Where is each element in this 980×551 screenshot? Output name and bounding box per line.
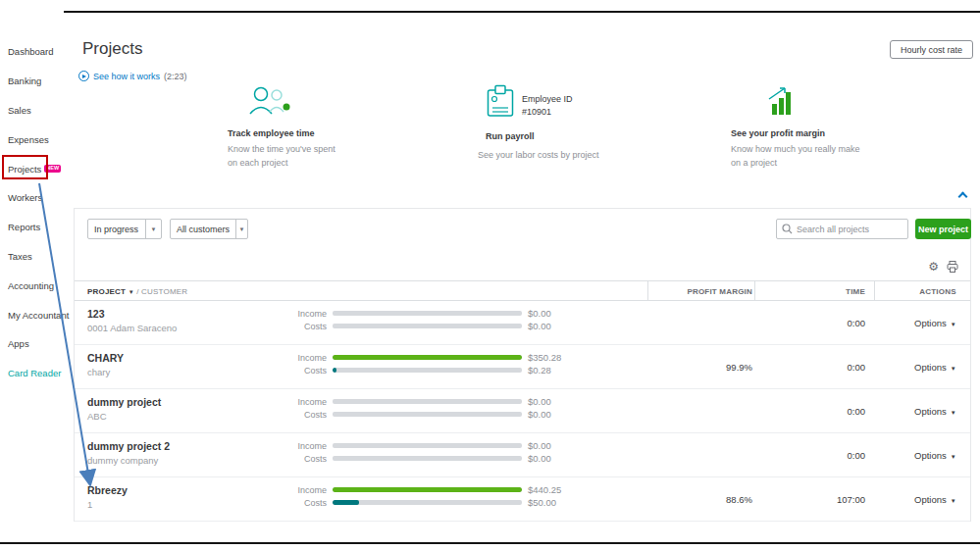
- income-label: Income: [285, 353, 327, 363]
- table-body: 123 0001 Adam Saraceno Income $0.00 Cost…: [75, 301, 970, 522]
- costs-label: Costs: [285, 454, 327, 464]
- income-label: Income: [285, 485, 327, 495]
- chevron-down-icon: ▼: [951, 498, 956, 504]
- sidebar-item-label: Apps: [8, 338, 29, 349]
- income-bar-track: [333, 311, 522, 316]
- costs-bar-line: Costs $0.00: [285, 409, 551, 420]
- top-divider: [64, 11, 980, 13]
- income-value: $0.00: [528, 308, 551, 319]
- sidebar-item-banking[interactable]: Banking: [0, 67, 64, 96]
- costs-value: $0.00: [528, 453, 551, 464]
- sidebar-item-card-reader[interactable]: Card Reader: [0, 359, 64, 388]
- sidebar-item-label: Sales: [8, 105, 31, 116]
- profit-chart-icon: [765, 85, 797, 121]
- customer-name: 1: [87, 499, 92, 510]
- column-actions: ACTIONS: [879, 287, 980, 296]
- income-value: $0.00: [528, 440, 551, 451]
- people-icon: [241, 83, 294, 123]
- income-bar-line: Income $0.00: [285, 308, 551, 319]
- sidebar-item-my-accountant[interactable]: My Accountant: [0, 300, 64, 329]
- status-filter-select[interactable]: In progress ▼: [87, 219, 162, 239]
- customer-filter-select[interactable]: All customers ▼: [170, 219, 248, 239]
- costs-bar-track: [333, 456, 522, 461]
- new-project-button[interactable]: New project: [915, 219, 971, 239]
- sidebar-item-label: Expenses: [8, 134, 49, 145]
- costs-value: $0.00: [528, 409, 551, 420]
- table-row: 123 0001 Adam Saraceno Income $0.00 Cost…: [75, 301, 970, 345]
- collapse-chevron-icon[interactable]: [959, 193, 968, 202]
- chevron-down-icon: ▼: [951, 454, 956, 460]
- options-label: Options: [914, 318, 947, 328]
- income-bar-line: Income $0.00: [285, 396, 551, 407]
- income-label: Income: [285, 309, 327, 319]
- printer-icon[interactable]: [947, 261, 958, 273]
- income-value: $350.28: [528, 352, 561, 363]
- sidebar: Dashboard Banking Sales Expenses Project…: [0, 13, 64, 542]
- promo1-description: Know the time you've spent on each proje…: [228, 143, 340, 170]
- sidebar-item-expenses[interactable]: Expenses: [0, 125, 64, 154]
- see-how-label[interactable]: See how it works: [93, 72, 160, 81]
- sidebar-item-dashboard[interactable]: Dashboard: [0, 37, 64, 67]
- search-icon: [782, 224, 793, 234]
- sidebar-item-apps[interactable]: Apps: [0, 329, 64, 359]
- hourly-cost-rate-button[interactable]: Hourly cost rate: [890, 40, 973, 59]
- badge-text-line1: Employee ID: [522, 93, 573, 106]
- costs-bar-line: Costs $0.28: [285, 365, 551, 376]
- project-name[interactable]: 123: [87, 308, 105, 320]
- sidebar-item-label: My Accountant: [8, 310, 69, 321]
- chevron-down-icon: ▼: [951, 410, 956, 416]
- column-profit-margin[interactable]: PROFIT MARGIN: [647, 287, 752, 296]
- costs-bar-fill: [333, 368, 336, 373]
- options-dropdown[interactable]: Options▼: [914, 318, 956, 328]
- costs-bar-track: [333, 368, 522, 373]
- time-value: 0:00: [761, 450, 865, 461]
- costs-label: Costs: [285, 498, 327, 508]
- project-name[interactable]: dummy project: [87, 396, 161, 408]
- table-row: CHARY chary Income $350.28 Costs $0.28 9…: [75, 345, 970, 389]
- project-name[interactable]: CHARY: [87, 352, 124, 364]
- play-icon: [78, 71, 89, 81]
- sidebar-item-sales[interactable]: Sales: [0, 96, 64, 125]
- customer-name: chary: [87, 367, 110, 377]
- sidebar-item-accounting[interactable]: Accounting: [0, 271, 64, 300]
- sidebar-item-taxes[interactable]: Taxes: [0, 242, 64, 272]
- costs-bar-fill: [333, 500, 359, 505]
- see-how-it-works-link[interactable]: See how it works (2:23): [78, 71, 187, 81]
- sidebar-item-reports[interactable]: Reports: [0, 213, 64, 242]
- project-name[interactable]: dummy project 2: [87, 440, 170, 452]
- profit-margin-value: 99.9%: [647, 362, 752, 373]
- time-value: 107:00: [761, 494, 865, 505]
- header-separator: [754, 281, 755, 300]
- search-input[interactable]: [797, 225, 903, 234]
- costs-bar-line: Costs $0.00: [285, 453, 551, 464]
- badge-text: Employee ID #10901: [522, 93, 573, 118]
- customer-name: dummy company: [87, 455, 158, 466]
- costs-bar-line: Costs $50.00: [285, 497, 556, 508]
- table-row: dummy project 2 dummy company Income $0.…: [75, 433, 970, 477]
- column-time[interactable]: TIME: [761, 287, 865, 296]
- project-name[interactable]: Rbreezy: [87, 484, 128, 496]
- options-label: Options: [914, 406, 947, 417]
- gear-icon[interactable]: ⚙: [928, 261, 939, 273]
- options-dropdown[interactable]: Options▼: [914, 406, 956, 417]
- sidebar-item-workers[interactable]: Workers: [0, 183, 64, 213]
- column-project-customer[interactable]: PROJECT ▼ / CUSTOMER: [87, 287, 187, 296]
- sort-caret-icon: ▼: [129, 289, 134, 295]
- status-filter-value: In progress: [88, 225, 145, 234]
- column-customer-label: / CUSTOMER: [136, 287, 187, 296]
- income-bar-track: [333, 443, 522, 448]
- sidebar-item-label: Card Reader: [8, 368, 61, 378]
- options-dropdown[interactable]: Options▼: [914, 494, 956, 505]
- income-bar-fill: [333, 355, 522, 360]
- customer-name: ABC: [87, 411, 107, 422]
- bottom-divider: [0, 542, 980, 544]
- sidebar-item-projects[interactable]: Projects NEW: [0, 154, 64, 183]
- video-duration: (2:23): [164, 72, 187, 81]
- header-separator: [874, 281, 875, 300]
- chevron-down-icon: ▼: [145, 220, 161, 238]
- chevron-down-icon: ▼: [235, 220, 247, 238]
- sidebar-item-label: Dashboard: [8, 46, 53, 57]
- options-dropdown[interactable]: Options▼: [914, 362, 956, 373]
- options-dropdown[interactable]: Options▼: [914, 450, 956, 461]
- income-label: Income: [285, 397, 327, 407]
